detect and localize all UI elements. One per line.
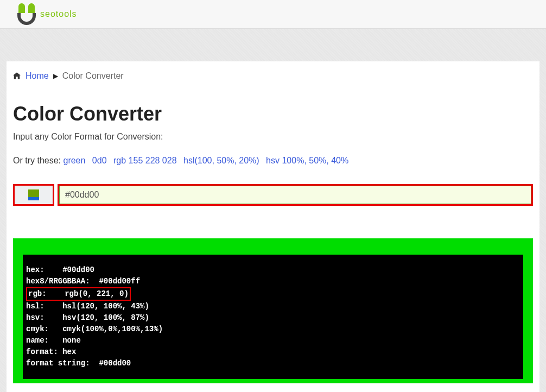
main-card: Home ▶ Color Converter Color Converter I… — [7, 61, 539, 392]
input-row — [13, 184, 533, 206]
result-hex8: hex8/RRGGBBAA: #00dd00ff — [26, 277, 140, 286]
examples-label: Or try these: — [13, 156, 61, 165]
result-hex: hex: #00dd00 — [26, 265, 94, 274]
result-console: hex: #00dd00 hex8/RRGGBBAA: #00dd00ff rg… — [23, 255, 523, 379]
example-link[interactable]: 0d0 — [92, 156, 107, 165]
result-rgb: rgb: rgb(0, 221, 0) — [26, 287, 131, 301]
breadcrumb: Home ▶ Color Converter — [13, 71, 533, 81]
color-input-wrapper — [58, 184, 533, 206]
result-format-string: format string: #00dd00 — [26, 359, 131, 368]
breadcrumb-separator-icon: ▶ — [53, 72, 58, 80]
swatch-preview-icon — [28, 189, 39, 200]
result-panel: hex: #00dd00 hex8/RRGGBBAA: #00dd00ff rg… — [13, 238, 533, 383]
example-link[interactable]: green — [63, 156, 85, 165]
breadcrumb-home-link[interactable]: Home — [26, 71, 49, 81]
app-header: seotools — [0, 0, 546, 29]
breadcrumb-current: Color Converter — [62, 71, 124, 81]
result-format: format: hex — [26, 347, 76, 356]
examples-row: Or try these: green 0d0 rgb 155 228 028 … — [13, 156, 533, 166]
color-picker-swatch[interactable] — [13, 184, 54, 206]
example-link[interactable]: hsv 100%, 50%, 40% — [266, 156, 348, 165]
result-name: name: none — [26, 336, 81, 345]
logo[interactable]: seotools — [16, 3, 77, 25]
result-hsl: hsl: hsl(120, 100%, 43%) — [26, 302, 149, 311]
page-subtitle: Input any Color Format for Conversion: — [13, 132, 533, 142]
result-hsv: hsv: hsv(120, 100%, 87%) — [26, 313, 149, 322]
example-link[interactable]: rgb 155 228 028 — [113, 156, 177, 165]
result-cmyk: cmyk: cmyk(100%,0%,100%,13%) — [26, 325, 163, 333]
color-input[interactable] — [59, 186, 531, 204]
logo-icon — [16, 3, 37, 25]
page-title: Color Converter — [13, 103, 533, 125]
home-icon — [13, 72, 21, 81]
example-link[interactable]: hsl(100, 50%, 20%) — [183, 156, 259, 165]
logo-text: seotools — [40, 9, 77, 19]
